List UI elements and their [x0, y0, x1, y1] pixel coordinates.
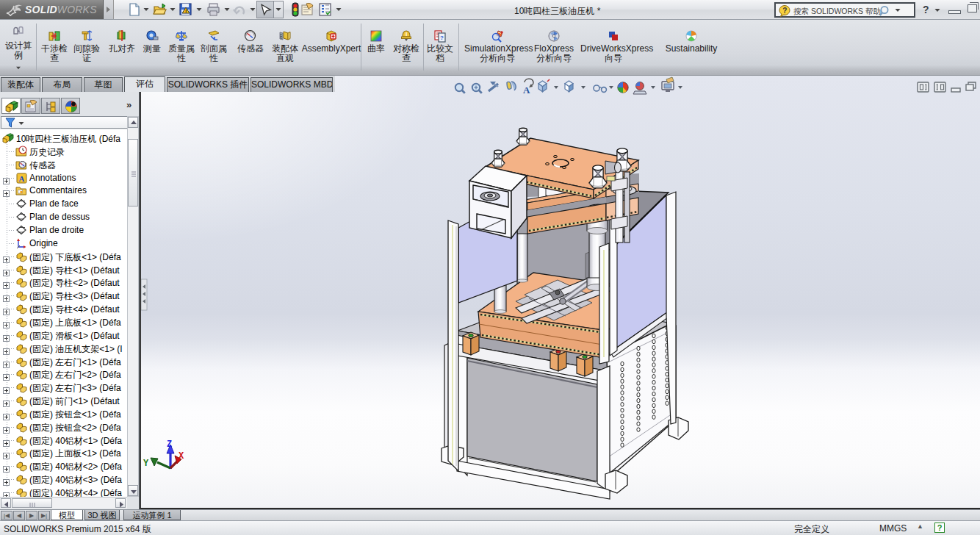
- svg-text:Z: Z: [167, 439, 172, 450]
- svg-text:X: X: [179, 451, 184, 462]
- svg-text:A: A: [19, 174, 25, 183]
- svg-text:!: !: [185, 9, 187, 14]
- svg-text:?: ?: [440, 35, 444, 41]
- svg-text:A: A: [523, 85, 530, 96]
- svg-text:?: ?: [782, 7, 787, 15]
- svg-text:Y: Y: [143, 459, 149, 469]
